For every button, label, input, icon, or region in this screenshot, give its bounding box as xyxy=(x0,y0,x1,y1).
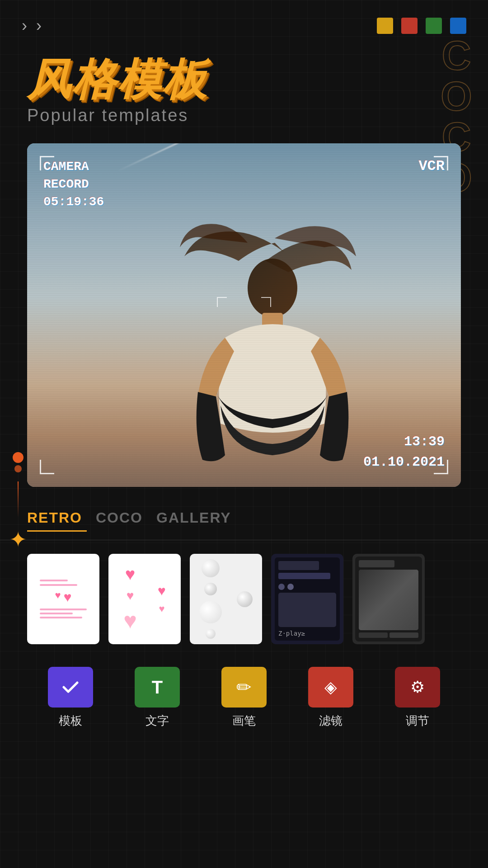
vcr-time: 13:39 xyxy=(363,432,445,452)
heart-lg-1: ♥ xyxy=(125,565,136,584)
dark-block xyxy=(278,593,336,627)
tool-brush[interactable]: ✏ 画笔 xyxy=(201,667,287,729)
back-arrow[interactable]: › xyxy=(22,16,27,35)
template-item-4[interactable]: Z·play≥ xyxy=(271,554,343,644)
tool-template-icon xyxy=(48,667,93,708)
tool-text[interactable]: T 文字 xyxy=(114,667,201,729)
dark2-bar-sm-1 xyxy=(359,632,388,638)
sidebar-decoration: ✦ xyxy=(9,452,27,552)
dark2-img-block xyxy=(359,570,418,630)
top-bar: › › xyxy=(0,0,488,44)
t-line-3 xyxy=(40,609,87,610)
tool-template[interactable]: 模板 xyxy=(27,667,114,729)
heart-sm: ♥ xyxy=(159,603,164,615)
adjust-icon-label: ⚙ xyxy=(410,678,425,697)
dark-template-inner: Z·play≥ xyxy=(275,557,340,641)
tool-text-label: 文字 xyxy=(145,713,169,729)
vcr-top-left-text: CAMERA RECORD 05:19:36 xyxy=(43,158,104,211)
vcr-timecode: 05:19:36 xyxy=(43,193,104,211)
checkmark-svg xyxy=(59,676,82,698)
dark-template-2-inner xyxy=(355,557,422,642)
dark2-gradient xyxy=(359,570,418,630)
dark-bar-1 xyxy=(278,561,319,570)
bubble-sm xyxy=(206,629,216,639)
forward-arrow[interactable]: › xyxy=(36,16,42,35)
tool-text-icon: T xyxy=(135,667,180,708)
page-title-zh: 风格模板 xyxy=(27,58,461,101)
template-lines xyxy=(40,580,87,586)
bubble-lg xyxy=(202,559,220,577)
tab-navigation: RETRO COCO GALLERY xyxy=(0,487,488,540)
dark2-bar-sm-2 xyxy=(389,632,418,638)
swatch-green[interactable] xyxy=(426,18,442,34)
dark-dots-row xyxy=(278,584,336,590)
tool-adjust-icon: ⚙ xyxy=(395,667,440,708)
corner-bracket-bl xyxy=(40,460,54,474)
template-item-2[interactable]: ♥ ♥ ♥ ♥ ♥ xyxy=(108,554,181,644)
tool-filter-icon: ◈ xyxy=(308,667,353,708)
vcr-bottom-right-text: 13:39 01.10.2021 xyxy=(363,432,445,472)
dark-dot-1 xyxy=(278,584,285,590)
tool-brush-label: 画笔 xyxy=(232,713,256,729)
swatch-red[interactable] xyxy=(401,18,418,34)
deco-letter-c1: C xyxy=(441,35,469,76)
template-more-lines xyxy=(40,609,87,618)
sidebar-line xyxy=(18,481,19,518)
heart-md-1: ♥ xyxy=(127,589,134,603)
center-focus-brackets xyxy=(217,297,271,333)
heart-xl: ♥ xyxy=(123,608,137,634)
swatch-yellow[interactable] xyxy=(377,18,393,34)
brush-icon-label: ✏ xyxy=(236,677,252,698)
dark2-bar-1 xyxy=(359,560,394,567)
dark2-bottom-row xyxy=(359,632,418,638)
deco-letter-o1: O xyxy=(441,76,470,117)
tool-filter-label: 滤镜 xyxy=(319,713,343,729)
template-item-3[interactable] xyxy=(190,554,262,644)
sidebar-dots xyxy=(13,452,23,472)
bubble-xl xyxy=(199,601,222,623)
bubble-md-2 xyxy=(237,591,253,607)
tab-retro[interactable]: RETRO xyxy=(27,505,96,531)
sidebar-star: ✦ xyxy=(9,527,27,552)
focus-bracket-tl xyxy=(217,297,227,307)
heart-md-2: ♥ xyxy=(158,583,166,599)
template-item-1[interactable]: ♥ ♥ xyxy=(27,554,99,644)
t-line-4 xyxy=(40,613,73,614)
page-title-en: Popular templates xyxy=(27,106,461,125)
filter-icon-label: ◈ xyxy=(324,678,337,697)
tool-brush-icon: ✏ xyxy=(221,667,267,708)
tool-adjust-label: 调节 xyxy=(406,713,429,729)
text-icon-label: T xyxy=(152,677,163,698)
tab-coco[interactable]: COCO xyxy=(96,505,156,531)
main-vcr-frame: CAMERA RECORD 05:19:36 VCR 13:39 01.10.2… xyxy=(27,143,461,487)
heart-1: ♥ xyxy=(55,590,61,605)
swatch-blue[interactable] xyxy=(450,18,466,34)
t-line-1 xyxy=(40,580,68,581)
title-section: 风格模板 Popular templates C O C O xyxy=(0,44,488,130)
template-hearts: ♥ ♥ xyxy=(55,590,72,605)
sidebar-dot-big xyxy=(13,452,23,463)
dark-bar-2 xyxy=(278,573,330,579)
template-grid: ♥ ♥ ♥ ♥ ♥ ♥ ♥ xyxy=(0,540,488,658)
bottom-toolbar: 模板 T 文字 ✏ 画笔 ◈ 滤镜 ⚙ 调节 xyxy=(0,658,488,747)
tool-filter[interactable]: ◈ 滤镜 xyxy=(287,667,374,729)
tab-gallery[interactable]: GALLERY xyxy=(156,505,245,531)
sidebar-dot-small xyxy=(14,465,22,472)
vcr-top-right-text: VCR xyxy=(418,158,445,175)
focus-bracket-tr xyxy=(261,297,271,307)
bubble-md-1 xyxy=(204,583,217,595)
tool-template-label: 模板 xyxy=(59,713,82,729)
vcr-camera-label: CAMERA xyxy=(43,158,104,175)
dark-text: Z·play≥ xyxy=(278,630,336,637)
dark-dot-2 xyxy=(287,584,294,590)
color-swatches xyxy=(377,18,466,34)
t-line-2 xyxy=(40,584,77,586)
t-line-5 xyxy=(40,617,82,618)
vcr-record-label: RECORD xyxy=(43,175,104,193)
vcr-date: 01.10.2021 xyxy=(363,452,445,472)
tool-adjust[interactable]: ⚙ 调节 xyxy=(374,667,461,729)
template-item-5[interactable] xyxy=(352,554,425,644)
nav-arrows: › › xyxy=(22,16,42,35)
figure xyxy=(157,198,374,487)
heart-2: ♥ xyxy=(64,590,72,605)
